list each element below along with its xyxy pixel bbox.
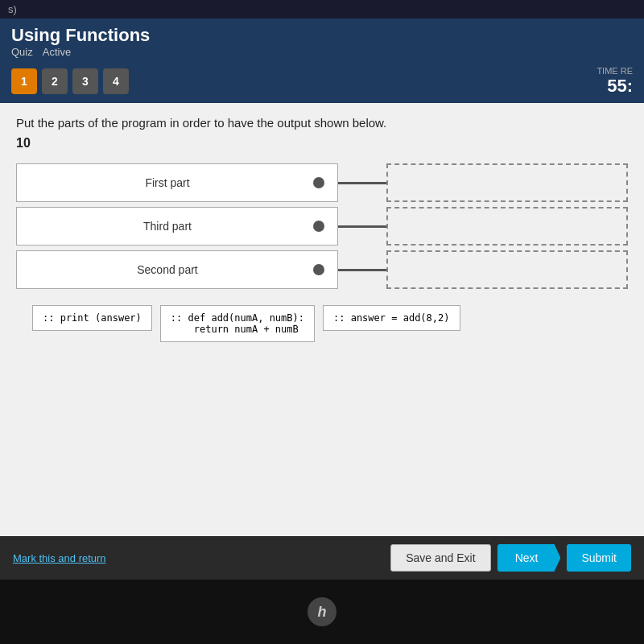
code-block-def[interactable]: :: def add(numA, numB): return numA + nu… xyxy=(160,305,315,342)
mark-return-link[interactable]: Mark this and return xyxy=(13,552,106,564)
action-buttons: Save and Exit Next Submit xyxy=(390,544,631,572)
drag-handle-first xyxy=(313,177,324,188)
code-answer-label: :: answer = add(8,2) xyxy=(333,312,450,324)
question-btn-2[interactable]: 2 xyxy=(42,68,68,94)
h-line-2 xyxy=(338,225,386,228)
question-btn-4[interactable]: 4 xyxy=(103,68,129,94)
drag-handle-third xyxy=(313,221,324,232)
header-subtitle: Quiz Active xyxy=(11,46,633,58)
drop-slot-1[interactable] xyxy=(386,163,628,202)
quiz-navigation: 1 2 3 4 TIME RE 55: xyxy=(0,61,644,103)
connector-lines xyxy=(338,163,386,289)
save-exit-button[interactable]: Save and Exit xyxy=(390,544,490,572)
drop-slot-2[interactable] xyxy=(386,207,628,246)
top-bar: s) xyxy=(0,0,644,19)
drag-handle-second xyxy=(313,264,324,275)
hp-logo: h xyxy=(308,597,336,626)
output-value: 10 xyxy=(16,136,628,151)
drag-item-second-label: Second part xyxy=(30,263,305,276)
bottom-bar: Mark this and return Save and Exit Next … xyxy=(0,536,644,580)
submit-button[interactable]: Submit xyxy=(567,544,631,572)
top-bar-label: s) xyxy=(8,3,17,15)
page-title: Using Functions xyxy=(11,25,633,46)
code-block-answer[interactable]: :: answer = add(8,2) xyxy=(323,305,460,331)
drop-slots xyxy=(386,163,628,289)
timer-value: 55: xyxy=(597,76,633,97)
drag-item-first-label: First part xyxy=(30,176,305,189)
question-buttons: 1 2 3 4 xyxy=(11,68,129,94)
question-text: Put the parts of the program in order to… xyxy=(16,116,628,130)
drag-slots: First part Third part Second part xyxy=(16,163,338,289)
connector-row-3 xyxy=(338,250,386,289)
drag-item-second[interactable]: Second part xyxy=(16,250,338,289)
timer-label: TIME RE xyxy=(597,66,633,76)
main-content: Put the parts of the program in order to… xyxy=(0,103,644,536)
h-line-3 xyxy=(338,269,386,271)
question-btn-3[interactable]: 3 xyxy=(72,68,98,94)
drag-drop-area: First part Third part Second part xyxy=(16,163,628,289)
code-block-print[interactable]: :: print (answer) xyxy=(32,305,152,331)
header: Using Functions Quiz Active xyxy=(0,19,644,61)
next-button[interactable]: Next xyxy=(497,544,561,572)
question-btn-1[interactable]: 1 xyxy=(11,68,37,94)
drag-item-third-label: Third part xyxy=(30,220,305,233)
status-badge: Active xyxy=(43,46,71,58)
connector-row-1 xyxy=(338,163,386,202)
timer-area: TIME RE 55: xyxy=(597,66,633,97)
quiz-label: Quiz xyxy=(11,46,33,58)
connector-row-2 xyxy=(338,207,386,246)
drag-item-first[interactable]: First part xyxy=(16,163,338,202)
laptop-bezel: h xyxy=(0,580,644,644)
code-def-label: :: def add(numA, numB): return numA + nu… xyxy=(171,312,304,335)
code-blocks: :: print (answer) :: def add(numA, numB)… xyxy=(16,305,628,342)
h-line-1 xyxy=(338,182,386,184)
code-print-label: :: print (answer) xyxy=(43,312,142,324)
drop-slot-3[interactable] xyxy=(386,250,628,289)
drag-item-third[interactable]: Third part xyxy=(16,207,338,246)
